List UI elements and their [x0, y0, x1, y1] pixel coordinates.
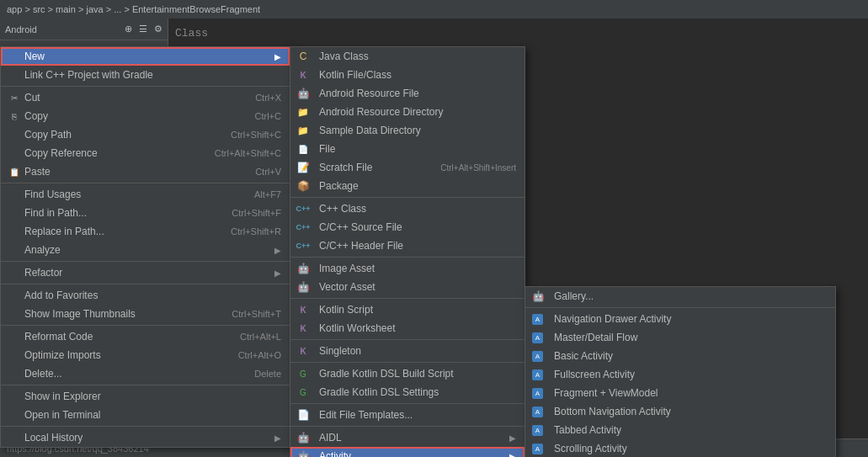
gradle-settings-icon: G	[297, 386, 309, 398]
reformat-label: Reformat Code	[24, 331, 93, 343]
submenu-kotlin-script[interactable]: K Kotlin Script	[290, 300, 525, 319]
submenu-android-resource-dir[interactable]: 📁 Android Resource Directory	[290, 103, 525, 121]
submenu-kotlin-file[interactable]: K Kotlin File/Class	[290, 66, 525, 84]
activity-bottom-nav[interactable]: A Bottom Navigation Activity	[525, 402, 835, 421]
menu-item-copy-reference[interactable]: Copy Reference Ctrl+Alt+Shift+C	[1, 144, 290, 162]
menu-item-copy-path[interactable]: Copy Path Ctrl+Shift+C	[1, 125, 290, 144]
copy-path-shortcut: Ctrl+Shift+C	[214, 130, 281, 140]
submenu-image-asset[interactable]: 🤖 Image Asset	[290, 259, 525, 278]
cut-shortcut: Ctrl+X	[238, 93, 281, 103]
submenu-java-class[interactable]: C Java Class	[290, 47, 525, 66]
master-detail-icon: A	[532, 332, 543, 343]
class-label: Class	[175, 25, 861, 43]
paste-icon: 📋	[8, 165, 21, 178]
activity-master-detail[interactable]: A Master/Detail Flow	[525, 328, 835, 347]
cpp-header-icon: C++	[297, 240, 309, 252]
menu-item-new[interactable]: New ▶	[1, 47, 290, 66]
file-icon: 📄	[297, 143, 309, 155]
copy-shortcut: Ctrl+C	[238, 111, 281, 121]
submenu-gradle-kotlin-settings[interactable]: G Gradle Kotlin DSL Settings	[290, 383, 525, 401]
separator-4	[1, 284, 290, 284]
java-class-label: Java Class	[314, 50, 369, 62]
cut-icon: ✂	[8, 91, 21, 104]
ide-top-bar: app > src > main > java > ... > Entertai…	[0, 0, 868, 19]
submenu-android-resource-file[interactable]: 🤖 Android Resource File	[290, 84, 525, 103]
submenu-package[interactable]: 📦 Package	[290, 177, 525, 195]
submenu-kotlin-worksheet[interactable]: K Kotlin Worksheet	[290, 319, 525, 337]
settings-icon[interactable]: ⚙	[154, 24, 162, 35]
scratch-file-label: Scratch File	[314, 162, 372, 173]
menu-item-link-cpp[interactable]: Link C++ Project with Gradle	[1, 66, 290, 84]
menu-item-local-history[interactable]: Local History ▶	[1, 428, 290, 447]
cpp-class-label: C++ Class	[314, 203, 366, 215]
menu-item-copy[interactable]: ⎘ Copy Ctrl+C	[1, 107, 290, 125]
activity-gallery[interactable]: 🤖 Gallery...	[525, 287, 835, 306]
separator-1	[1, 86, 290, 87]
gradle-kotlin-dsl-settings-label: Gradle Kotlin DSL Settings	[314, 386, 439, 398]
singleton-label: Singleton	[314, 345, 361, 357]
activity-basic[interactable]: A Basic Activity	[525, 347, 835, 365]
submenu-vector-asset[interactable]: 🤖 Vector Asset	[290, 278, 525, 296]
menu-item-cut[interactable]: ✂ Cut Ctrl+X	[1, 88, 290, 107]
local-history-arrow: ▶	[274, 433, 281, 443]
edit-file-templates-label: Edit File Templates...	[314, 409, 413, 421]
menu-item-reformat[interactable]: Reformat Code Ctrl+Alt+L	[1, 327, 290, 346]
show-thumbnails-label: Show Image Thumbnails	[24, 308, 136, 320]
package-icon: 📦	[297, 180, 309, 192]
copy-reference-label: Copy Reference	[24, 147, 98, 159]
menu-item-refactor[interactable]: Refactor ▶	[1, 263, 290, 282]
vector-asset-icon: 🤖	[297, 281, 309, 293]
scrolling-icon: A	[532, 444, 543, 454]
fullscreen-icon: A	[532, 369, 543, 380]
submenu-singleton[interactable]: K Singleton	[290, 342, 525, 360]
menu-item-find-usages[interactable]: Find Usages Alt+F7	[1, 185, 290, 204]
find-in-path-shortcut: Ctrl+Shift+F	[215, 208, 281, 218]
paste-label: Paste	[24, 166, 51, 178]
menu-item-open-terminal[interactable]: Open in Terminal	[1, 406, 290, 424]
submenu-file[interactable]: 📄 File	[290, 140, 525, 158]
find-in-path-label: Find in Path...	[24, 207, 87, 219]
submenu-cpp-class[interactable]: C++ C++ Class	[290, 199, 525, 218]
top-path: app > src > main > java > ... > Entertai…	[7, 4, 260, 14]
gradle-build-icon: G	[297, 368, 309, 380]
kotlin-icon: K	[297, 69, 309, 81]
filter-icon[interactable]: ☰	[139, 24, 147, 35]
copy-path-label: Copy Path	[24, 129, 72, 141]
submenu-aidl[interactable]: 🤖 AIDL ▶	[290, 428, 525, 447]
menu-item-find-in-path[interactable]: Find in Path... Ctrl+Shift+F	[1, 204, 290, 222]
activity-nav-drawer[interactable]: A Navigation Drawer Activity	[525, 310, 835, 328]
activity-tabbed[interactable]: A Tabbed Activity	[525, 421, 835, 439]
submenu-gradle-kotlin-build[interactable]: G Gradle Kotlin DSL Build Script	[290, 364, 525, 383]
separator-3	[1, 261, 290, 262]
submenu-edit-file-templates[interactable]: 📄 Edit File Templates...	[290, 406, 525, 424]
menu-item-show-thumbnails[interactable]: Show Image Thumbnails Ctrl+Shift+T	[1, 305, 290, 323]
new-arrow: ▶	[274, 52, 281, 61]
activity-scrolling[interactable]: A Scrolling Activity	[525, 439, 835, 457]
activity-fragment-viewmodel[interactable]: A Fragment + ViewModel	[525, 384, 835, 402]
submenu-cpp-header[interactable]: C++ C/C++ Header File	[290, 236, 525, 255]
sync-icon[interactable]: ⊕	[125, 24, 132, 35]
menu-item-analyze[interactable]: Analyze ▶	[1, 241, 290, 259]
menu-item-add-favorites[interactable]: Add to Favorites	[1, 286, 290, 305]
submenu-scratch-file[interactable]: 📝 Scratch File Ctrl+Alt+Shift+Insert	[290, 158, 525, 177]
menu-item-replace-in-path[interactable]: Replace in Path... Ctrl+Shift+R	[1, 222, 290, 241]
image-asset-label: Image Asset	[314, 263, 375, 274]
menu-item-show-explorer[interactable]: Show in Explorer	[1, 387, 290, 406]
fragment-viewmodel-icon: A	[532, 388, 543, 399]
find-usages-label: Find Usages	[24, 189, 81, 200]
submenu-cpp-source[interactable]: C++ C/C++ Source File	[290, 218, 525, 236]
menu-item-paste[interactable]: 📋 Paste Ctrl+V	[1, 162, 290, 181]
menu-item-delete[interactable]: Delete... Delete	[1, 364, 290, 383]
kotlin-worksheet-label: Kotlin Worksheet	[314, 322, 396, 334]
submenu-sample-data-dir[interactable]: 📁 Sample Data Directory	[290, 121, 525, 140]
cut-label: Cut	[24, 92, 40, 104]
submenu-new: C Java Class K Kotlin File/Class 🤖 Andro…	[290, 46, 525, 457]
activity-fullscreen[interactable]: A Fullscreen Activity	[525, 365, 835, 384]
replace-shortcut: Ctrl+Shift+R	[214, 226, 281, 236]
optimize-shortcut: Ctrl+Alt+O	[221, 350, 281, 360]
submenu-activity[interactable]: 🤖 Activity ▶	[290, 447, 525, 457]
separator-5	[1, 325, 290, 326]
menu-item-optimize-imports[interactable]: Optimize Imports Ctrl+Alt+O	[1, 346, 290, 364]
cpp-class-icon: C++	[297, 203, 309, 215]
gallery-icon: 🤖	[532, 290, 544, 302]
